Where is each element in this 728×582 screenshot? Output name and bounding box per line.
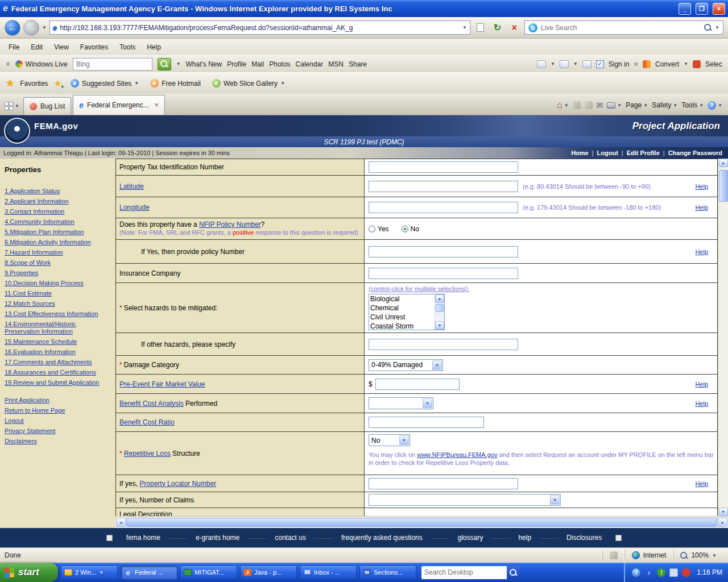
taskbar-button-windows-group[interactable]: 2 Win... ▼ xyxy=(61,566,118,580)
sidebar-item-mitigation-plan[interactable]: 5.Mitigation Plan Information xyxy=(5,228,112,236)
sidebar-item-properties[interactable]: 9.Properties xyxy=(5,269,112,277)
convert-dropdown-icon[interactable]: ▼ xyxy=(684,61,688,66)
email-dropdown-icon[interactable]: ▼ xyxy=(573,61,578,66)
sidebar-item-evaluation-information[interactable]: 16.Evaluation Information xyxy=(5,348,112,356)
tray-network-icon[interactable] xyxy=(669,568,678,577)
zoom-dropdown-icon[interactable]: ▼ xyxy=(712,553,717,558)
bing-dropdown-icon[interactable]: ▼ xyxy=(176,61,181,66)
toolbar-close-icon[interactable]: × xyxy=(6,60,10,68)
back-button[interactable]: ← xyxy=(5,20,20,36)
live-search-input[interactable] xyxy=(541,24,701,32)
nfip-bureau-link[interactable]: www.NFIPBureau.FEMA.gov xyxy=(417,451,497,458)
live-link-msn[interactable]: MSN xyxy=(328,60,344,68)
sidebar-item-environmental-historic[interactable]: 14.Environmental/Historic Preservation I… xyxy=(5,321,112,335)
sidebar-item-application-status[interactable]: 1.Application Status xyxy=(5,188,112,195)
bing-go-button[interactable] xyxy=(158,58,171,70)
longitude-help-link[interactable]: Help xyxy=(695,204,708,211)
sidebar-item-match-sources[interactable]: 12.Match Sources xyxy=(5,300,112,307)
search-desktop-input[interactable] xyxy=(424,568,504,576)
search-icon[interactable] xyxy=(704,24,712,31)
favbar-web-slice-gallery[interactable]: e Web Slice Gallery ▼ xyxy=(209,77,288,89)
web-slice-button[interactable] xyxy=(585,101,593,109)
url-field[interactable]: e ▼ xyxy=(49,20,470,35)
sidebar-item-scope-of-work[interactable]: 8.Scope of Work xyxy=(5,259,112,267)
page-menu[interactable]: Page▼ xyxy=(626,101,648,109)
listbox-scroll-up-icon[interactable]: ▲ xyxy=(435,294,444,303)
benefit-cost-ratio-link[interactable]: Benefit Cost Ratio xyxy=(119,418,361,426)
sidebar-item-hazard-information[interactable]: 7.Hazard Information xyxy=(5,249,112,256)
url-dropdown-icon[interactable]: ▼ xyxy=(462,25,467,30)
hazard-option[interactable]: Coastal Storm xyxy=(370,322,433,330)
tray-security-shield-icon[interactable]: ! xyxy=(657,568,665,577)
footer-fema-home[interactable]: fema home xyxy=(119,534,167,542)
home-button[interactable]: ⌂▼ xyxy=(557,100,569,110)
tray-alert-icon[interactable] xyxy=(682,568,690,577)
tab-list-dropdown-icon[interactable]: ▼ xyxy=(15,103,19,109)
zoom-control[interactable]: 100% ▼ xyxy=(673,550,723,560)
sidebar-item-comments-attachments[interactable]: 17.Comments and Attachments xyxy=(5,359,112,366)
toolbar-item-close-icon[interactable]: × xyxy=(634,60,638,68)
sidebar-item-review-submit[interactable]: 19.Review and Submit Application xyxy=(5,379,112,386)
favorites-star-icon[interactable]: ★ xyxy=(6,77,14,89)
select-arrow-icon[interactable]: ▼ xyxy=(423,398,432,408)
sidebar-item-contact-information[interactable]: 3.Contact Information xyxy=(5,208,112,215)
email-tool-icon[interactable] xyxy=(560,60,569,68)
select-link[interactable]: Selec xyxy=(705,60,722,68)
sidebar-logout-link[interactable]: Logout xyxy=(5,417,112,425)
listbox-scroll-down-icon[interactable]: ▼ xyxy=(435,321,444,330)
live-link-profile[interactable]: Profile xyxy=(227,60,246,68)
sidebar-item-applicant-information[interactable]: 2.Applicant Information xyxy=(5,198,112,205)
select-arrow-icon[interactable]: ▼ xyxy=(399,435,409,445)
safety-menu[interactable]: Safety▼ xyxy=(652,101,677,109)
refresh-button[interactable]: ↻ xyxy=(490,20,504,35)
tax-id-input[interactable] xyxy=(369,161,518,173)
feeds-button[interactable] xyxy=(573,101,581,109)
sidebar-item-mitigation-activity[interactable]: 6.Mitigation Activity Information xyxy=(5,239,112,246)
menu-edit[interactable]: Edit xyxy=(26,41,48,53)
compatibility-view-icon[interactable] xyxy=(473,20,487,35)
stop-button[interactable]: × xyxy=(507,20,522,35)
hazard-option[interactable]: Biological xyxy=(370,294,433,304)
gallery-dropdown-icon[interactable]: ▼ xyxy=(551,61,555,66)
print-application-link[interactable]: Print Application xyxy=(5,397,112,404)
sidebar-item-decision-making[interactable]: 10.Decision Making Process xyxy=(5,280,112,287)
latitude-link[interactable]: Latitude xyxy=(119,182,361,190)
longitude-link[interactable]: Longitude xyxy=(119,203,361,211)
property-locator-link[interactable]: Property Locator Number xyxy=(139,480,216,488)
sidebar-item-assurances-certifications[interactable]: 18.Assurances and Certifications xyxy=(5,369,112,376)
scroll-up-icon[interactable]: ▲ xyxy=(719,159,728,167)
listbox-scroll-thumb[interactable] xyxy=(436,304,444,312)
history-dropdown-icon[interactable]: ▼ xyxy=(42,25,47,30)
hazard-option[interactable]: Chemical xyxy=(370,304,433,313)
logout-link[interactable]: Logout xyxy=(597,149,618,156)
tray-help-icon[interactable]: ? xyxy=(632,568,640,577)
latitude-input[interactable] xyxy=(369,181,518,192)
search-dropdown-icon[interactable]: ▼ xyxy=(715,25,719,30)
minimize-button[interactable]: _ xyxy=(679,3,691,15)
other-hazards-input[interactable] xyxy=(369,339,518,350)
favbar-free-hotmail[interactable]: e Free Hotmail xyxy=(147,77,204,89)
taskbar-button-inbox[interactable]: ✉ Inbox - ... xyxy=(300,566,357,580)
footer-help[interactable]: help xyxy=(511,534,538,542)
menu-view[interactable]: View xyxy=(49,41,74,53)
footer-egrants-home[interactable]: e-grants home xyxy=(189,534,246,542)
web-slice-dropdown-icon[interactable]: ▼ xyxy=(280,81,285,86)
hazards-listbox[interactable]: Biological Chemical Civil Unrest Coastal… xyxy=(369,294,445,330)
bing-search-input[interactable] xyxy=(76,60,149,68)
sidebar-item-maintenance-schedule[interactable]: 15.Maintenance Schedule xyxy=(5,338,112,346)
listbox-scrollbar[interactable]: ▲ ▼ xyxy=(435,294,444,330)
home-link[interactable]: Home xyxy=(571,149,589,156)
edit-profile-link[interactable]: Edit Profile xyxy=(627,149,660,156)
scroll-down-icon[interactable]: ▼ xyxy=(719,508,728,516)
footer-disclosures[interactable]: Disclosures xyxy=(560,534,609,542)
windows-live-brand[interactable]: Windows Live xyxy=(15,60,68,68)
forward-button[interactable]: → xyxy=(23,20,39,36)
favorites-label[interactable]: Favorites xyxy=(20,80,48,88)
vertical-scroll-thumb[interactable] xyxy=(719,170,728,202)
live-link-calendar[interactable]: Calendar xyxy=(296,60,324,68)
footer-faq[interactable]: frequently asked questions xyxy=(334,534,429,542)
live-link-whats-new[interactable]: What's New xyxy=(186,60,222,68)
print-button[interactable]: ▼ xyxy=(607,102,622,109)
live-search-box[interactable]: b ▼ xyxy=(524,20,723,35)
pre-event-value-link[interactable]: Pre-Event Fair Market Value xyxy=(119,380,361,388)
